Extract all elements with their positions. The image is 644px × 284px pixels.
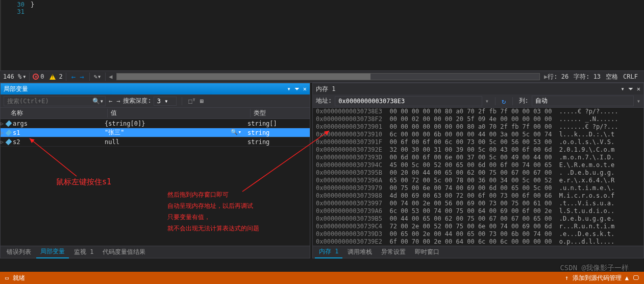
address-label: 地址: (316, 97, 332, 105)
brush-icon[interactable]: ✎▾ (93, 73, 102, 80)
tool-icon[interactable]: ⊞ (199, 98, 205, 105)
memory-panel-header[interactable]: 内存 1 ▾ ⏷ ✕ (313, 83, 643, 94)
locals-grid-body: ▷ args {string[0]} string[]▷ s1 "张三"🔍▾ s… (1, 119, 310, 246)
locals-grid-header: 名称 值 类型 (1, 108, 310, 119)
dropdown-icon[interactable]: ▾ (621, 85, 625, 92)
close-icon[interactable]: ✕ (637, 85, 640, 92)
memory-row: 0x00000000030738F2 00 00 02 00 00 00 20 … (316, 115, 640, 123)
table-row[interactable]: ▷ args {string[0]} string[] (1, 119, 310, 128)
depth-label: 搜索深度: (123, 97, 151, 105)
source-control-button[interactable]: ↑ 添加到源代码管理 ▲ (565, 274, 629, 282)
expander-icon[interactable]: ▷ (1, 130, 6, 135)
magnify-icon[interactable]: 🔍▾ (231, 129, 241, 135)
scroll-left-icon[interactable]: ◀ (109, 73, 112, 80)
code-editor[interactable]: 30} 31 (0, 0, 644, 70)
memory-row: 0x00000000030738E3 00 00 00 00 00 80 a0 … (316, 108, 640, 115)
variable-name: args (11, 120, 102, 127)
line-number: 30 (10, 1, 24, 8)
column-type[interactable]: 类型 (251, 109, 310, 117)
variable-value: null (102, 138, 244, 146)
variable-value: {string[0]} (102, 120, 244, 127)
memory-row: 0x000000000307392E 32 00 30 00 31 00 39 … (316, 146, 640, 154)
memory-row: 0x00000000030739D3 00 65 00 2e 00 44 00 … (316, 230, 640, 238)
tab-即时窗口[interactable]: 即时窗口 (411, 246, 443, 258)
memory-row: 0x0000000003073979 00 75 00 6e 00 74 00 … (316, 184, 640, 192)
memory-row: 0x00000000030739C4 72 00 2e 00 52 00 75 … (316, 223, 640, 230)
column-name[interactable]: 名称 (1, 109, 108, 117)
columns-select[interactable]: 自动 (532, 96, 634, 106)
pin-icon[interactable]: ⏷ (628, 85, 634, 92)
tab-异常设置[interactable]: 异常设置 (377, 246, 410, 258)
memory-row: 0x000000000307391F 00 6f 00 6f 00 6c 00 … (316, 138, 640, 146)
expander-icon[interactable]: ▷ (1, 139, 6, 145)
memory-row: 0x0000000003073901 00 00 00 00 00 00 00 … (316, 123, 640, 131)
memory-row: 0x0000000003073997 00 74 00 2e 00 56 00 … (316, 200, 640, 207)
memory-row: 0x00000000030739E2 6f 00 70 00 2e 00 64 … (316, 238, 640, 246)
memory-row: 0x000000000307396A 65 00 72 00 5c 00 78 … (316, 177, 640, 184)
memory-panel: 内存 1 ▾ ⏷ ✕ 地址: ▾ ↻ 列: 自动 ▾ 0x00000000030… (312, 83, 644, 258)
refresh-icon[interactable]: ↻ (502, 97, 506, 105)
variable-name: s2 (11, 138, 102, 146)
close-icon[interactable]: ✕ (303, 85, 307, 92)
dropdown-icon[interactable]: ▾ (287, 85, 291, 92)
memory-row: 0x000000000307395B 00 20 00 44 00 65 00 … (316, 169, 640, 177)
tool-icon[interactable]: ⬚ᵀ (187, 98, 196, 105)
nav-forward-icon[interactable]: → (80, 73, 84, 81)
code-line: } (31, 1, 34, 8)
memory-row: 0x000000000307394C 45 00 5c 00 52 00 65 … (316, 161, 640, 169)
warning-count[interactable]: 2 (49, 73, 63, 80)
warning-icon (49, 74, 56, 80)
search-input[interactable] (4, 96, 106, 106)
locals-panel-tabs: 错误列表局部变量监视 1代码度量值结果 (1, 246, 310, 258)
dropdown-icon[interactable]: ▾ (485, 98, 489, 105)
variable-type: string[] (244, 120, 310, 127)
memory-row: 0x000000000307393D 00 6d 00 6f 00 6e 00 … (316, 154, 640, 161)
memory-hex-view[interactable]: 0x00000000030738E3 00 00 00 00 00 80 a0 … (313, 108, 643, 246)
memory-row: 0x0000000003073988 4d 00 69 00 63 00 72 … (316, 192, 640, 200)
variable-type: string (244, 138, 310, 146)
window-icon[interactable]: ▭ (5, 274, 9, 281)
horizontal-scrollbar[interactable] (116, 73, 540, 80)
editor-status-strip: 146 % ▾ ×0 2 ← → ✎▾ ◀ ▶ 行: 26 字符: 13 空格 … (0, 70, 644, 83)
address-input[interactable] (335, 96, 482, 106)
tab-内存 1[interactable]: 内存 1 (315, 246, 342, 258)
pin-icon[interactable]: ⏷ (294, 85, 300, 92)
chevron-down-icon: ▾ (22, 73, 26, 80)
nav-next-icon[interactable]: → (115, 98, 121, 105)
nav-back-icon[interactable]: ← (71, 73, 76, 81)
memory-row: 0x0000000003073910 6c 00 00 00 6b 00 00 … (316, 131, 640, 138)
scroll-right-icon[interactable]: ▶ (544, 73, 548, 80)
indent-mode[interactable]: 空格 (606, 73, 618, 81)
variable-type: string (244, 129, 310, 136)
memory-toolbar: 地址: ▾ ↻ 列: 自动 ▾ (313, 94, 643, 108)
locals-panel-header[interactable]: 局部变量 ▾ ⏷ ✕ (1, 83, 310, 94)
column-value[interactable]: 值 (108, 109, 251, 117)
expander-icon[interactable]: ▷ (1, 121, 6, 126)
tab-调用堆栈[interactable]: 调用堆栈 (343, 246, 376, 258)
search-icon[interactable]: 🔍▾ (92, 98, 104, 105)
ide-status-bar: ▭ 就绪 ↑ 添加到源代码管理 ▲ 🖵 (0, 272, 644, 284)
tab-监视 1[interactable]: 监视 1 (70, 246, 97, 258)
error-icon: × (33, 74, 39, 80)
status-text: 就绪 (13, 274, 25, 282)
tab-错误列表[interactable]: 错误列表 (3, 246, 35, 258)
tab-局部变量[interactable]: 局部变量 (36, 246, 69, 258)
line-number: 31 (10, 8, 24, 15)
table-row[interactable]: ▷ s2 null string (1, 137, 310, 147)
memory-row: 0x00000000030739B5 00 44 00 65 00 62 00 … (316, 215, 640, 223)
zoom-dropdown[interactable]: 146 % ▾ (3, 73, 26, 80)
locals-panel: 局部变量 ▾ ⏷ ✕ 🔍▾ ← → 搜索深度: 3 ▾ ⬚ᵀ ⊞ 名称 值 类型 (0, 83, 310, 258)
variable-name: s1 (11, 129, 102, 136)
line-ending[interactable]: CRLF (623, 73, 638, 80)
nav-prev-icon[interactable]: ← (108, 98, 113, 105)
dropdown-icon[interactable]: ▾ (637, 98, 640, 105)
cursor-position: 行: 26 字符: 13 空格 CRLF (548, 73, 638, 81)
depth-select[interactable]: 3 ▾ (154, 97, 177, 106)
notifications-icon[interactable]: 🖵 (633, 274, 639, 281)
error-count[interactable]: ×0 (33, 73, 44, 80)
table-row[interactable]: ▷ s1 "张三"🔍▾ string (1, 128, 310, 137)
locals-toolbar: 🔍▾ ← → 搜索深度: 3 ▾ ⬚ᵀ ⊞ (1, 94, 310, 108)
panel-title: 内存 1 (316, 85, 335, 93)
tab-代码度量值结果[interactable]: 代码度量值结果 (98, 246, 150, 258)
variable-value: "张三"🔍▾ (102, 128, 244, 137)
